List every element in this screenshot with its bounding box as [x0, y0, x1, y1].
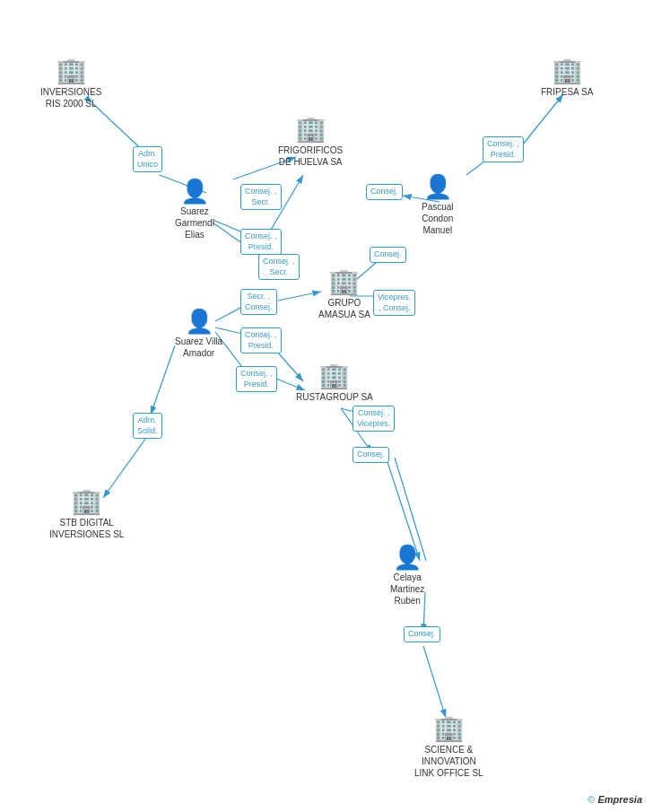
node-science-link: 🏢 SCIENCE & INNOVATION LINK OFFICE SL — [414, 716, 483, 779]
badge-adm-solid: Adm.Solid. — [133, 413, 162, 439]
label-suarez-garmendi: Suarez Garmendi Elias — [175, 205, 214, 240]
node-fripesa: 🏢 FRIPESA SA — [541, 58, 593, 98]
person-icon-pascual: 👤 — [423, 175, 452, 198]
brand-name: Empresia — [597, 794, 642, 805]
label-science: SCIENCE & INNOVATION LINK OFFICE SL — [414, 744, 483, 779]
badge-consej1: Consej. — [366, 184, 403, 200]
company-icon-fripesa: 🏢 — [552, 58, 583, 83]
company-icon-science: 🏢 — [433, 716, 465, 741]
watermark: © Empresia — [588, 794, 642, 805]
node-frigorificos: 🏢 FRIGORIFICOS DE HUELVA SA — [278, 117, 343, 168]
label-suarez-villa: Suarez Villa Amador — [175, 336, 222, 359]
company-icon-rustagroup: 🏢 — [318, 363, 350, 389]
label-frigorificos: FRIGORIFICOS DE HUELVA SA — [278, 144, 343, 168]
company-icon-inversiones: 🏢 — [56, 58, 87, 83]
person-icon-suarez-garmendi: 👤 — [180, 179, 209, 203]
node-celaya: 👤 Celaya Martinez Ruben — [390, 546, 424, 607]
label-celaya: Celaya Martinez Ruben — [390, 572, 424, 607]
badge-consej-presid2: Consej. ,Presid. — [240, 229, 282, 255]
badge-consej-secr1: Consej. ,Secr. — [240, 184, 282, 210]
badge-adm-unico: Adm.Unico — [133, 146, 162, 172]
badge-secr-consej: Secr. ,Consej. — [240, 289, 277, 315]
node-pascual-condon: 👤 Pascual Condon Manuel — [422, 175, 454, 236]
company-icon-grupo-amasua: 🏢 — [328, 269, 360, 294]
company-icon-frigorificos: 🏢 — [295, 117, 326, 142]
label-stb: STB DIGITAL INVERSIONES SL — [49, 517, 124, 540]
badge-vicepres-consej: Vicepres., Consej. — [373, 290, 415, 316]
badge-consej3: Consej. — [353, 447, 389, 463]
person-icon-suarez-villa: 👤 — [185, 310, 213, 333]
node-grupo-amasua: 🏢 GRUPO AMASUA SA — [318, 269, 370, 320]
node-inversiones-ris: 🏢 INVERSIONES RIS 2000 SL — [40, 58, 101, 109]
badge-consej-vicepres: Consej. ,Vicepres. — [353, 406, 395, 432]
badge-consej-secr2: Consej. ,Secr. — [258, 254, 300, 280]
label-rustagroup: RUSTAGROUP SA — [296, 391, 373, 403]
person-icon-celaya: 👤 — [393, 546, 422, 569]
node-stb-digital: 🏢 STB DIGITAL INVERSIONES SL — [49, 489, 124, 540]
badge-consej2: Consej. — [370, 247, 406, 263]
node-suarez-villa: 👤 Suarez Villa Amador — [175, 310, 222, 359]
node-suarez-garmendi: 👤 Suarez Garmendi Elias — [175, 179, 214, 240]
badge-consej-presid3: Consej. ,Presid. — [240, 327, 282, 354]
copyright-symbol: © — [588, 794, 595, 805]
label-pascual: Pascual Condon Manuel — [422, 201, 454, 236]
company-icon-stb: 🏢 — [71, 489, 102, 514]
badge-consej-presid4: Consej. ,Presid. — [236, 366, 277, 392]
label-inversiones: INVERSIONES RIS 2000 SL — [40, 86, 101, 109]
label-fripesa: FRIPESA SA — [541, 86, 593, 98]
badge-consej-presid1: Consej. ,Presid. — [483, 136, 524, 162]
node-rustagroup: 🏢 RUSTAGROUP SA — [296, 363, 373, 403]
badge-consej4: Consej. — [404, 626, 440, 642]
label-grupo-amasua: GRUPO AMASUA SA — [318, 297, 370, 320]
